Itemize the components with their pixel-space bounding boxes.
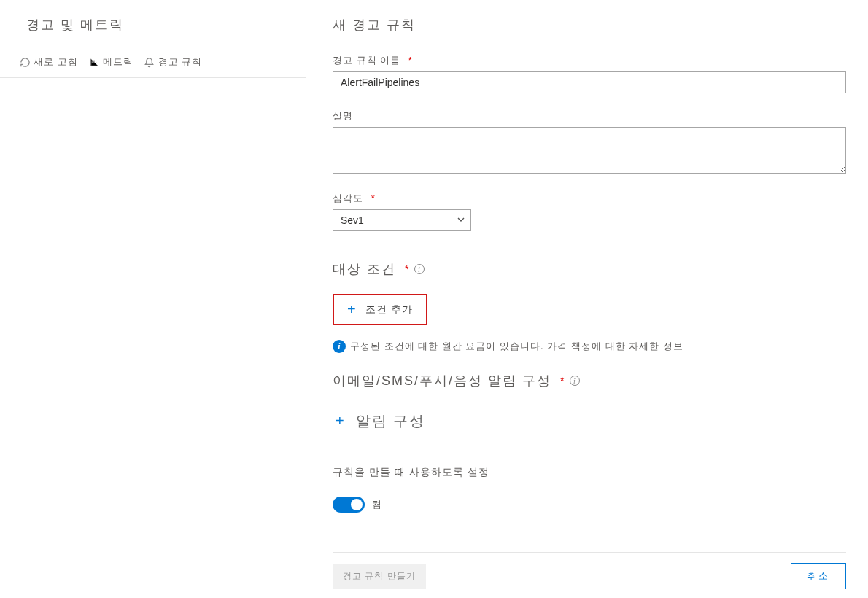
description-label: 설명 [333,109,846,123]
metrics-button[interactable]: 메트릭 [84,53,138,71]
target-condition-title: 대상 조건 * i [333,260,846,278]
plus-icon: + [336,413,346,430]
add-notification-label: 알림 구성 [356,411,426,431]
toggle-state-label: 켬 [372,498,381,511]
add-condition-button[interactable]: + 조건 추가 [333,294,427,325]
toolbar: 새로 고침 메트릭 경고 규칙 [0,47,306,78]
page-title: 새 경고 규칙 [333,9,846,54]
alert-rules-label: 경고 규칙 [158,55,203,69]
bell-icon [144,56,155,68]
create-rule-button[interactable]: 경고 규칙 만들기 [333,564,426,589]
info-blue-icon: i [333,340,346,353]
plus-icon: + [347,301,357,318]
cancel-button[interactable]: 취소 [791,563,846,589]
pricing-info-text: 구성된 조건에 대한 월간 요금이 있습니다. 가격 책정에 대한 자세한 정보 [350,340,683,353]
severity-select[interactable]: Sev1 [333,209,471,231]
bottom-bar: 경고 규칙 만들기 취소 [333,552,846,589]
pricing-info-row: i 구성된 조건에 대한 월간 요금이 있습니다. 가격 책정에 대한 자세한 … [333,340,846,353]
left-panel: 경고 및 메트릭 새로 고침 메트릭 경고 규칙 [0,0,306,598]
add-notification-button[interactable]: + 알림 구성 [333,405,428,437]
info-icon[interactable]: i [570,376,580,386]
severity-label: 심각도 * [333,192,846,205]
rule-name-label: 경고 규칙 이름 * [333,54,846,67]
add-condition-label: 조건 추가 [365,303,413,317]
refresh-button[interactable]: 새로 고침 [15,53,82,71]
metrics-icon [88,56,100,68]
required-mark: * [371,193,376,203]
info-icon[interactable]: i [414,264,425,274]
required-mark: * [408,55,413,66]
toggle-thumb [351,499,363,510]
alert-rules-button[interactable]: 경고 규칙 [139,53,207,71]
enable-toggle[interactable] [333,497,365,513]
notification-title: 이메일/SMS/푸시/음성 알림 구성 * i [333,372,846,389]
refresh-label: 새로 고침 [34,55,78,69]
enable-on-create-label: 규칙을 만들 때 사용하도록 설정 [333,466,846,479]
description-input[interactable] [333,127,846,174]
refresh-icon [19,56,31,68]
left-panel-title: 경고 및 메트릭 [0,9,306,47]
metrics-label: 메트릭 [103,55,133,69]
rule-name-input[interactable] [333,71,846,93]
right-panel: 새 경고 규칙 경고 규칙 이름 * 설명 심각도 * Sev1 [306,0,868,598]
